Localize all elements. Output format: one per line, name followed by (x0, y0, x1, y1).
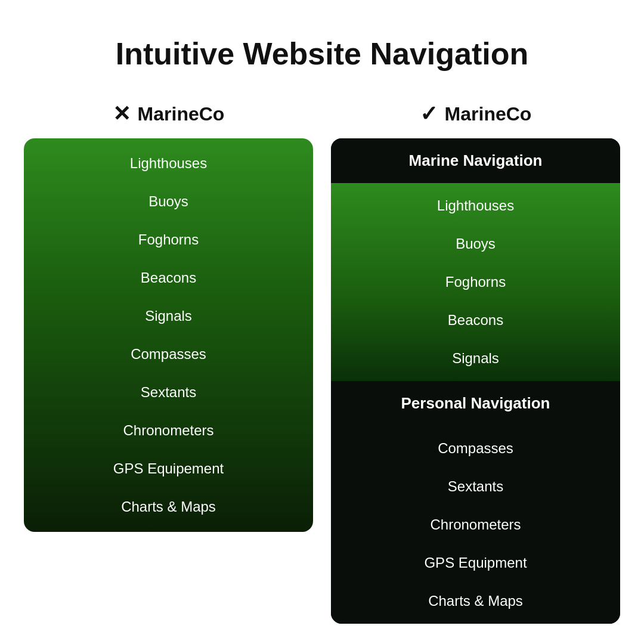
list-item[interactable]: Sextants (331, 467, 620, 506)
list-item[interactable]: Beacons (331, 301, 620, 339)
comparison-container: ✕ MarineCo LighthousesBuoysFoghornsBeaco… (24, 101, 620, 624)
good-column-header: ✓ MarineCo (420, 101, 532, 126)
good-menu-box: Marine NavigationLighthousesBuoysFoghorn… (331, 138, 620, 624)
list-item[interactable]: Chronometers (24, 411, 313, 450)
list-item[interactable]: Signals (24, 297, 313, 335)
x-icon: ✕ (113, 101, 131, 126)
list-item[interactable]: Charts & Maps (24, 488, 313, 526)
list-item[interactable]: Sextants (24, 373, 313, 411)
check-icon: ✓ (420, 101, 438, 126)
list-item[interactable]: Signals (331, 339, 620, 377)
list-item[interactable]: Buoys (24, 182, 313, 221)
bad-column-header: ✕ MarineCo (113, 101, 225, 126)
list-item[interactable]: Foghorns (24, 221, 313, 259)
list-item[interactable]: Chronometers (331, 506, 620, 544)
bad-column: ✕ MarineCo LighthousesBuoysFoghornsBeaco… (24, 101, 313, 532)
list-item[interactable]: Charts & Maps (331, 582, 620, 620)
section-items-personal: CompassesSextantsChronometersGPS Equipme… (331, 426, 620, 624)
list-item[interactable]: GPS Equipement (24, 450, 313, 488)
page-title: Intuitive Website Navigation (116, 36, 528, 72)
section-header-personal: Personal Navigation (331, 381, 620, 426)
list-item[interactable]: Compasses (24, 335, 313, 373)
section-header-marine: Marine Navigation (331, 138, 620, 183)
list-item[interactable]: GPS Equipment (331, 544, 620, 582)
section-items-marine: LighthousesBuoysFoghornsBeaconsSignals (331, 183, 620, 381)
bad-menu-box: LighthousesBuoysFoghornsBeaconsSignalsCo… (24, 138, 313, 532)
list-item[interactable]: Compasses (331, 429, 620, 467)
good-column-brand: MarineCo (445, 103, 532, 125)
bad-column-brand: MarineCo (138, 103, 225, 125)
list-item[interactable]: Lighthouses (24, 144, 313, 182)
list-item[interactable]: Buoys (331, 225, 620, 263)
list-item[interactable]: Foghorns (331, 263, 620, 301)
list-item[interactable]: Lighthouses (331, 187, 620, 225)
good-column: ✓ MarineCo Marine NavigationLighthousesB… (331, 101, 620, 624)
list-item[interactable]: Beacons (24, 259, 313, 297)
